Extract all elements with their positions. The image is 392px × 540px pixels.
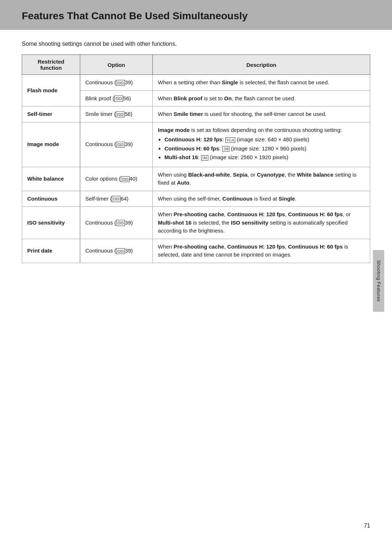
description-cell: Image mode is set as follows depending o…: [153, 122, 370, 167]
side-tab: Shooting Features: [373, 250, 384, 312]
table-row: Continuous Self-timer (⊡⊡64) When using …: [22, 191, 370, 207]
description-header: Description: [153, 55, 370, 75]
restricted-cell-selftimer: Self-timer: [22, 106, 80, 122]
restricted-cell-whitebalance: White balance: [22, 167, 80, 191]
description-cell: When using Black-and-white, Sepia, or Cy…: [153, 167, 370, 191]
table-row: Image mode Continuous (⊡⊡39) Image mode …: [22, 122, 370, 167]
description-cell: When a setting other than Single is sele…: [153, 75, 370, 91]
page-number: 71: [364, 523, 370, 529]
description-cell: When Pre-shooting cache, Continuous H: 1…: [153, 239, 370, 263]
description-cell: When Smile timer is used for shooting, t…: [153, 106, 370, 122]
table-row: ISO sensitivity Continuous (⊡⊡39) When P…: [22, 207, 370, 239]
restricted-cell-printdate: Print date: [22, 239, 80, 263]
page-title: Features That Cannot Be Used Simultaneou…: [22, 10, 370, 22]
option-header: Option: [80, 55, 153, 75]
option-cell: Continuous (⊡⊡39): [80, 239, 153, 263]
option-cell: Continuous (⊡⊡39): [80, 122, 153, 167]
restricted-cell-iso: ISO sensitivity: [22, 207, 80, 239]
description-cell: When Blink proof is set to On, the flash…: [153, 90, 370, 106]
option-cell: Continuous (⊡⊡39): [80, 207, 153, 239]
description-cell: When using the self-timer, Continuous is…: [153, 191, 370, 207]
subtitle: Some shooting settings cannot be used wi…: [22, 41, 370, 47]
table-row: Self-timer Smile timer (⊡⊡56) When Smile…: [22, 106, 370, 122]
description-cell: When Pre-shooting cache, Continuous H: 1…: [153, 207, 370, 239]
option-cell: Color options (⊡⊡40): [80, 167, 153, 191]
restricted-cell-imagemode: Image mode: [22, 122, 80, 167]
restricted-cell-flash: Flash mode: [22, 75, 80, 106]
table-row: Print date Continuous (⊡⊡39) When Pre-sh…: [22, 239, 370, 263]
option-cell: Self-timer (⊡⊡64): [80, 191, 153, 207]
restricted-header: Restrictedfunction: [22, 55, 80, 75]
option-cell: Blink proof (⊡⊡56): [80, 90, 153, 106]
table-row: White balance Color options (⊡⊡40) When …: [22, 167, 370, 191]
table-row: Flash mode Continuous (⊡⊡39) When a sett…: [22, 75, 370, 91]
option-cell: Continuous (⊡⊡39): [80, 75, 153, 91]
features-table: Restrictedfunction Option Description Fl…: [22, 55, 370, 263]
restricted-cell-continuous: Continuous: [22, 191, 80, 207]
option-cell: Smile timer (⊡⊡56): [80, 106, 153, 122]
